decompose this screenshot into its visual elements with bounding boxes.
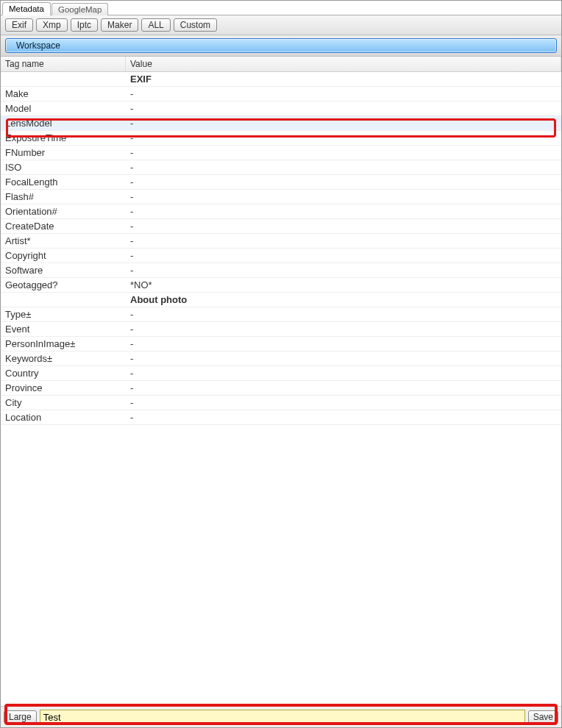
row-lensmodel[interactable]: LensModel-	[1, 116, 561, 131]
tag-value: -	[126, 322, 561, 336]
tag-value: -	[126, 175, 561, 189]
tab-metadata[interactable]: Metadata	[2, 2, 51, 15]
tag-label: Model	[1, 101, 126, 115]
tag-label: Keywords±	[1, 351, 126, 365]
tag-label: Location	[1, 410, 126, 424]
tag-value: -	[126, 351, 561, 365]
large-button[interactable]: Large	[4, 710, 37, 724]
col-value-header[interactable]: Value	[126, 57, 561, 71]
tag-label: Country	[1, 366, 126, 380]
tag-label: FNumber	[1, 146, 126, 160]
row-keywords[interactable]: Keywords±-	[1, 351, 561, 366]
row-software[interactable]: Software-	[1, 263, 561, 278]
tag-value: -	[126, 219, 561, 233]
all-button[interactable]: ALL	[141, 18, 170, 32]
tag-value: -	[126, 396, 561, 410]
tag-label: Artist*	[1, 234, 126, 248]
tag-value: -	[126, 101, 561, 115]
toolbar-filters: Exif Xmp Iptc Maker ALL Custom	[1, 15, 561, 35]
value-input[interactable]	[40, 710, 525, 724]
tag-label: Make	[1, 87, 126, 101]
tag-value: -	[126, 234, 561, 248]
row-make[interactable]: Make-	[1, 87, 561, 101]
row-iso[interactable]: ISO-	[1, 160, 561, 175]
tag-value: -	[126, 410, 561, 424]
row-flash[interactable]: Flash#-	[1, 190, 561, 204]
tag-label: Province	[1, 381, 126, 395]
section-label: About photo	[126, 293, 561, 307]
row-location[interactable]: Location-	[1, 410, 561, 425]
tag-value: -	[126, 116, 561, 130]
xmp-button[interactable]: Xmp	[36, 18, 68, 32]
section-label: EXIF	[126, 72, 561, 86]
tag-value: -	[126, 366, 561, 380]
tag-value: -	[126, 263, 561, 277]
row-exposuretime[interactable]: ExposureTime-	[1, 131, 561, 146]
column-headers: Tag name Value	[1, 57, 561, 72]
tab-googlemap[interactable]: GoogleMap	[51, 3, 108, 15]
tag-value: -	[126, 131, 561, 145]
row-event[interactable]: Event-	[1, 322, 561, 337]
row-model[interactable]: Model-	[1, 101, 561, 116]
row-copyright[interactable]: Copyright-	[1, 249, 561, 263]
maker-button[interactable]: Maker	[101, 18, 138, 32]
tag-value: -	[126, 160, 561, 174]
row-createdate[interactable]: CreateDate-	[1, 219, 561, 234]
col-tag-header[interactable]: Tag name	[1, 57, 126, 71]
metadata-grid[interactable]: EXIF Make- Model- LensModel- ExposureTim…	[1, 72, 561, 707]
section-exif: EXIF	[1, 72, 561, 87]
tag-label: City	[1, 396, 126, 410]
tag-label: Flash#	[1, 190, 126, 204]
workspace-button[interactable]: Workspace	[5, 38, 557, 53]
tag-label: Copyright	[1, 249, 126, 263]
tag-value: -	[126, 87, 561, 101]
tag-value: -	[126, 249, 561, 263]
row-type[interactable]: Type±-	[1, 307, 561, 322]
tag-value: -	[126, 381, 561, 395]
row-country[interactable]: Country-	[1, 366, 561, 381]
row-personinimage[interactable]: PersonInImage±-	[1, 337, 561, 351]
tag-value: -	[126, 307, 561, 321]
row-geotagged[interactable]: Geotagged?*NO*	[1, 278, 561, 293]
tag-label: Software	[1, 263, 126, 277]
row-province[interactable]: Province-	[1, 381, 561, 396]
iptc-button[interactable]: Iptc	[71, 18, 98, 32]
tag-label: PersonInImage±	[1, 337, 126, 351]
custom-button[interactable]: Custom	[174, 18, 217, 32]
tag-label: LensModel	[1, 116, 126, 130]
tag-label: Event	[1, 322, 126, 336]
toolbar-workspace: Workspace	[1, 35, 561, 57]
tag-label: Geotagged?	[1, 278, 126, 292]
row-focallength[interactable]: FocalLength-	[1, 175, 561, 190]
tag-label: Orientation#	[1, 204, 126, 218]
tag-value: -	[126, 337, 561, 351]
tag-value: -	[126, 190, 561, 204]
save-button[interactable]: Save	[528, 710, 558, 724]
row-orientation[interactable]: Orientation#-	[1, 204, 561, 219]
exif-button[interactable]: Exif	[5, 18, 33, 32]
bottom-bar: Large Save	[1, 707, 561, 727]
row-city[interactable]: City-	[1, 396, 561, 410]
tag-label: FocalLength	[1, 175, 126, 189]
row-artist[interactable]: Artist*-	[1, 234, 561, 249]
tag-value: -	[126, 146, 561, 160]
tabstrip: Metadata GoogleMap	[1, 1, 561, 15]
section-about: About photo	[1, 293, 561, 307]
row-fnumber[interactable]: FNumber-	[1, 146, 561, 160]
tag-label: ISO	[1, 160, 126, 174]
tag-value: -	[126, 204, 561, 218]
tag-label: Type±	[1, 307, 126, 321]
tag-label: ExposureTime	[1, 131, 126, 145]
tag-label: CreateDate	[1, 219, 126, 233]
tag-value: *NO*	[126, 278, 561, 292]
